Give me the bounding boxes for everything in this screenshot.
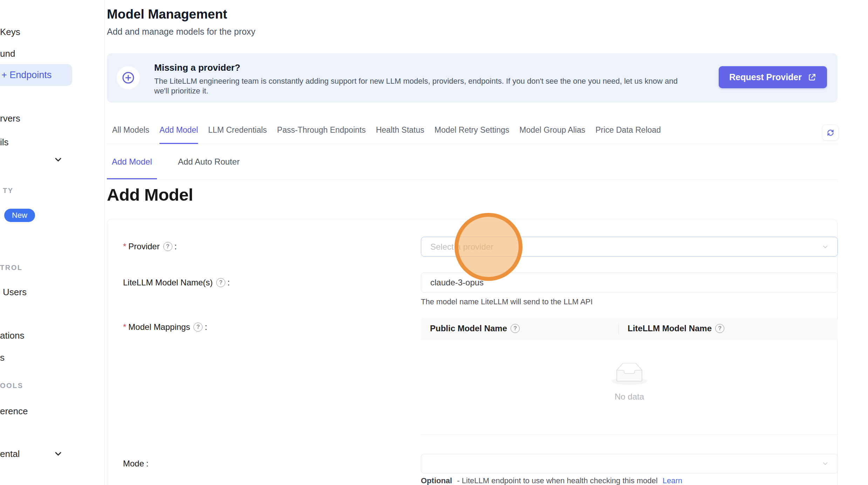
model-mappings-table: Public Model Name ? LiteLLM Model Name ?: [421, 318, 838, 435]
tab-llm-credentials[interactable]: LLM Credentials: [208, 125, 267, 144]
sidebar-section-label: OOLS: [0, 381, 23, 390]
model-name-helper: The model name LiteLLM will send to the …: [421, 297, 593, 307]
chevron-down-icon: [821, 243, 829, 251]
chevron-down-icon: [821, 460, 829, 467]
sidebar-item-passthrough-endpoints[interactable]: + Endpoints: [0, 64, 72, 86]
sidebar-item-guardrails[interactable]: ils: [0, 137, 9, 148]
column-divider: [618, 323, 619, 334]
page-subtitle: Add and manage models for the proxy: [107, 27, 255, 37]
help-icon[interactable]: ?: [216, 278, 225, 287]
provider-select[interactable]: Select a provider: [421, 237, 838, 257]
model-name-label: LiteLLM Model Name(s) ? :: [123, 277, 230, 288]
add-model-form-card: * Provider ? : Select a provider LiteLLM…: [107, 219, 838, 485]
model-name-value: claude-3-opus: [430, 278, 484, 287]
sidebar-section-label: TROL: [0, 263, 22, 272]
tab-add-model[interactable]: Add Model: [159, 125, 198, 144]
banner-text-line1: The LiteLLM engineering team is constant…: [154, 76, 678, 86]
tab-price-data-reload[interactable]: Price Data Reload: [595, 125, 661, 144]
tab-model-retry-settings[interactable]: Model Retry Settings: [435, 125, 509, 144]
help-icon[interactable]: ?: [715, 324, 724, 333]
refresh-icon: [826, 129, 835, 137]
help-icon[interactable]: ?: [163, 242, 172, 251]
required-asterisk: *: [123, 322, 126, 332]
chevron-down-icon[interactable]: [53, 155, 63, 165]
help-icon[interactable]: ?: [193, 323, 203, 332]
mappings-empty-state: No data: [421, 339, 838, 435]
litellm-model-name-input[interactable]: claude-3-opus: [421, 272, 838, 293]
sidebar-item-label: + Endpoints: [1, 70, 52, 81]
chevron-down-icon[interactable]: [53, 449, 63, 459]
mode-label: Mode :: [123, 458, 149, 469]
page: Keys und + Endpoints rvers ils TY New TR…: [0, 0, 868, 485]
tab-all-models[interactable]: All Models: [112, 125, 149, 144]
mode-select[interactable]: [421, 454, 838, 473]
mode-helper: Optional - LiteLLM endpoint to use when …: [421, 476, 682, 485]
sidebar: Keys und + Endpoints rvers ils TY New TR…: [0, 0, 105, 485]
tab-health-status[interactable]: Health Status: [376, 125, 424, 144]
sidebar-item-playground[interactable]: und: [0, 48, 15, 59]
mappings-table-header: Public Model Name ? LiteLLM Model Name ?: [421, 318, 838, 339]
tab-model-group-alias[interactable]: Model Group Alias: [519, 125, 585, 144]
sidebar-section-label: TY: [3, 186, 14, 195]
subtab-add-model[interactable]: Add Model: [107, 156, 157, 179]
page-title: Model Management: [107, 7, 227, 22]
provider-label: * Provider ? :: [123, 241, 177, 252]
sidebar-item-experimental[interactable]: ental: [0, 448, 20, 459]
sidebar-item-keys[interactable]: Keys: [0, 26, 20, 37]
request-provider-button[interactable]: Request Provider: [719, 66, 827, 88]
sidebar-item-s[interactable]: s: [0, 352, 5, 363]
no-data-text: No data: [615, 392, 644, 402]
column-public-model-name: Public Model Name ?: [421, 318, 618, 339]
mode-helper-text: - LiteLLM endpoint to use when health ch…: [457, 476, 657, 485]
subtab-add-auto-router[interactable]: Add Auto Router: [173, 156, 245, 179]
provider-placeholder: Select a provider: [430, 242, 493, 252]
model-tabs: All Models Add Model LLM Credentials Pas…: [107, 125, 838, 144]
sidebar-item-servers[interactable]: rvers: [0, 113, 20, 124]
banner-title: Missing a provider?: [154, 62, 240, 73]
sidebar-item-reference[interactable]: erence: [0, 406, 28, 417]
request-provider-label: Request Provider: [729, 72, 802, 82]
external-link-icon: [807, 73, 816, 82]
model-mappings-label: * Model Mappings ? :: [123, 322, 207, 332]
plus-circle-icon: [117, 66, 140, 89]
help-icon[interactable]: ?: [511, 324, 520, 333]
add-model-subtabs: Add Model Add Auto Router: [107, 156, 838, 180]
learn-more-link[interactable]: Learn: [663, 476, 682, 485]
refresh-button[interactable]: [822, 125, 839, 140]
empty-inbox-icon: [612, 363, 647, 386]
column-litellm-model-name: LiteLLM Model Name ?: [618, 318, 827, 339]
tab-pass-through-endpoints[interactable]: Pass-Through Endpoints: [277, 125, 366, 144]
required-asterisk: *: [123, 241, 126, 252]
mode-helper-optional: Optional: [421, 476, 452, 485]
banner-text-line2: we'll prioritize it.: [154, 86, 209, 96]
sidebar-item-organizations[interactable]: ations: [0, 330, 24, 341]
new-badge: New: [4, 209, 35, 222]
missing-provider-banner: Missing a provider? The LiteLLM engineer…: [107, 53, 838, 103]
sidebar-item-users[interactable]: Users: [3, 286, 27, 298]
add-model-heading: Add Model: [107, 185, 193, 205]
